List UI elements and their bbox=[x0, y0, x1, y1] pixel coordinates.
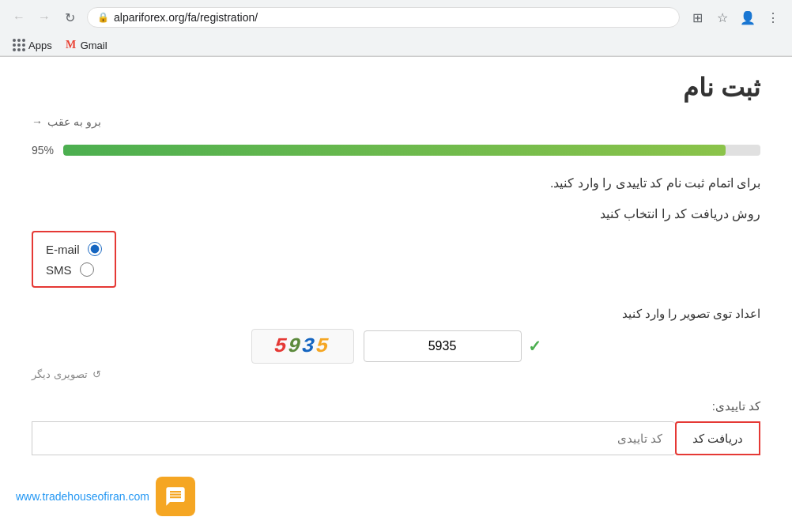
address-text: alpariforex.org/fa/registration/ bbox=[114, 11, 669, 24]
radio-options-area: E-mail SMS bbox=[32, 231, 760, 307]
sms-radio[interactable] bbox=[80, 262, 94, 277]
translate-button[interactable]: ⊞ bbox=[686, 6, 708, 28]
captcha-image-text: 5935 bbox=[273, 334, 331, 358]
account-button[interactable]: 👤 bbox=[737, 6, 759, 28]
back-link[interactable]: برو به عقب → bbox=[32, 115, 760, 128]
chat-url: www.tradehouseofiran.com bbox=[16, 490, 149, 503]
sms-option[interactable]: SMS bbox=[46, 262, 102, 277]
forward-button[interactable]: → bbox=[33, 6, 55, 28]
captcha-input[interactable] bbox=[364, 330, 522, 362]
radio-box: E-mail SMS bbox=[32, 231, 116, 288]
verification-section: کد تاییدی: دریافت کد bbox=[32, 399, 760, 455]
receive-code-button[interactable]: دریافت کد bbox=[675, 421, 760, 455]
back-arrow-icon: → bbox=[32, 115, 43, 128]
email-label: E-mail bbox=[46, 243, 80, 256]
method-label: روش دریافت کد را انتخاب کنید bbox=[32, 206, 760, 221]
refresh-row[interactable]: ↺ تصویری دیگر bbox=[32, 368, 760, 380]
verification-row: دریافت کد bbox=[32, 421, 760, 455]
refresh-label: تصویری دیگر bbox=[32, 368, 88, 380]
chat-icon-button[interactable] bbox=[156, 477, 195, 516]
gmail-icon: M bbox=[65, 40, 77, 50]
gmail-bookmark[interactable]: M Gmail bbox=[60, 38, 112, 53]
captcha-section: اعداد توی تصویر را وارد کنید ✓ 5935 ↺ تص… bbox=[32, 307, 760, 380]
back-button[interactable]: ← bbox=[8, 6, 30, 28]
progress-bar-container bbox=[63, 145, 760, 156]
email-radio[interactable] bbox=[88, 242, 102, 256]
bookmark-button[interactable]: ☆ bbox=[711, 6, 734, 28]
progress-label: 95% bbox=[32, 144, 54, 157]
chat-icon bbox=[164, 485, 187, 507]
lock-icon: 🔒 bbox=[97, 12, 109, 23]
more-button[interactable]: ⋮ bbox=[762, 6, 784, 28]
sms-label: SMS bbox=[46, 263, 72, 277]
captcha-label: اعداد توی تصویر را وارد کنید bbox=[32, 307, 760, 321]
bookmarks-bar: Apps M Gmail bbox=[0, 35, 792, 56]
progress-bar-fill bbox=[63, 145, 726, 156]
browser-toolbar: ← → ↻ 🔒 alpariforex.org/fa/registration/… bbox=[0, 0, 792, 35]
address-bar[interactable]: 🔒 alpariforex.org/fa/registration/ bbox=[87, 7, 680, 28]
bookmarks-apps-button[interactable]: Apps bbox=[8, 37, 57, 53]
chat-widget: www.tradehouseofiran.com bbox=[16, 477, 195, 516]
reload-button[interactable]: ↻ bbox=[58, 6, 81, 28]
verification-label: کد تاییدی: bbox=[32, 399, 760, 413]
page-title: ثبت نام bbox=[32, 73, 760, 103]
description-text: برای اتمام ثبت نام کد تاییدی را وارد کنی… bbox=[32, 175, 760, 191]
progress-section: 95% bbox=[32, 144, 760, 157]
captcha-input-wrapper: ✓ bbox=[364, 330, 541, 362]
apps-dots-icon bbox=[13, 39, 25, 51]
verification-input[interactable] bbox=[32, 421, 675, 455]
back-label: برو به عقب bbox=[47, 115, 101, 128]
gmail-label: Gmail bbox=[81, 40, 107, 51]
nav-buttons: ← → ↻ bbox=[8, 6, 81, 28]
captcha-image: 5935 bbox=[251, 329, 354, 364]
captcha-row: ✓ 5935 bbox=[32, 329, 760, 364]
refresh-icon: ↺ bbox=[92, 368, 101, 380]
apps-label: Apps bbox=[28, 40, 52, 51]
email-option[interactable]: E-mail bbox=[46, 242, 102, 256]
browser-chrome: ← → ↻ 🔒 alpariforex.org/fa/registration/… bbox=[0, 0, 792, 57]
toolbar-right: ⊞ ☆ 👤 ⋮ bbox=[686, 6, 784, 28]
check-mark-icon: ✓ bbox=[528, 337, 541, 356]
page-content: ثبت نام برو به عقب → 95% برای اتمام ثبت … bbox=[0, 57, 792, 527]
